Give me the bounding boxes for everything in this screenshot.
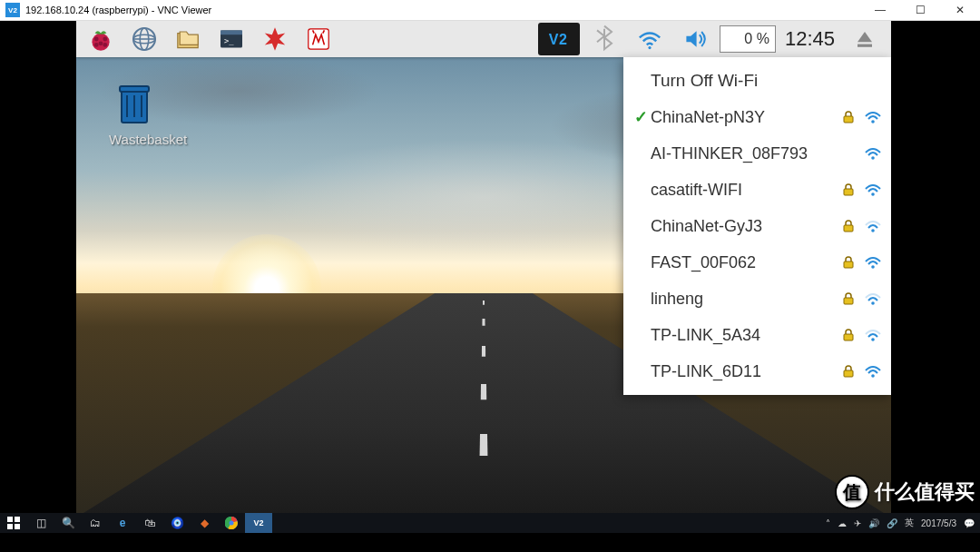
raspberry-menu-button[interactable] — [80, 23, 122, 55]
mathematica-button[interactable] — [254, 23, 296, 55]
svg-rect-11 — [220, 30, 242, 34]
wifi-network-name: casatift-WIFI — [651, 181, 842, 200]
globe-icon — [130, 25, 159, 54]
chrome-taskbar[interactable] — [218, 513, 245, 533]
system-tray: ˄ ☁ ✈ 🔊 🔗 英 2017/5/3 💬 — [826, 517, 980, 529]
wifi-network-item[interactable]: casatift-WIFI — [623, 172, 891, 208]
svg-point-24 — [871, 120, 875, 123]
trash-icon — [109, 77, 160, 128]
wifi-network-item[interactable]: linheng — [623, 281, 891, 317]
lock-icon — [842, 365, 858, 378]
tray-up-icon[interactable]: ˄ — [826, 518, 830, 528]
wifi-signal-icon — [864, 144, 884, 163]
eject-icon — [850, 25, 879, 54]
folder-icon — [173, 25, 202, 54]
svg-point-31 — [871, 265, 875, 269]
vncviewer-taskbar[interactable]: V2 — [245, 513, 272, 533]
wolfram-button[interactable] — [298, 23, 339, 55]
lock-icon — [842, 220, 858, 232]
watermark-badge: 值 — [835, 475, 869, 509]
window-title: 192.168.10.24 (raspberrypi) - VNC Viewer — [25, 5, 211, 15]
svg-rect-17 — [858, 44, 872, 47]
trash-desktop-icon[interactable]: Wastebasket — [109, 77, 187, 147]
spikey-icon — [260, 25, 289, 54]
clock[interactable]: 12:45 — [779, 27, 840, 51]
file-manager-button[interactable] — [167, 23, 209, 55]
wifi-toggle-label: Turn Off Wi-Fi — [651, 71, 758, 91]
svg-point-4 — [94, 43, 99, 47]
search-button[interactable]: 🔍 — [54, 513, 82, 533]
minimize-button[interactable]: — — [860, 0, 900, 20]
cpu-text: 0 % — [744, 31, 769, 47]
lock-icon — [842, 292, 858, 305]
task-view-button[interactable]: ◫ — [27, 513, 54, 533]
wifi-network-item[interactable]: TP-LINK_5A34 — [623, 317, 891, 353]
file-explorer-taskbar[interactable]: 🗂 — [82, 513, 109, 533]
vnc-stage: >_ V2 — [0, 21, 980, 533]
wifi-signal-icon — [864, 217, 884, 235]
wifi-network-name: ChinaNet-GyJ3 — [651, 217, 842, 236]
volume-tray[interactable] — [674, 23, 716, 55]
lock-icon — [842, 256, 858, 269]
wifi-network-name: TP-LINK_5A34 — [651, 326, 842, 345]
eject-tray[interactable] — [844, 23, 886, 55]
svg-rect-26 — [844, 189, 853, 195]
lock-icon — [842, 329, 858, 341]
svg-point-27 — [871, 192, 875, 196]
svg-rect-13 — [309, 29, 328, 49]
svg-text:2: 2 — [559, 32, 567, 47]
wifi-network-item[interactable]: TP-LINK_6D11 — [623, 353, 891, 389]
lock-icon — [842, 183, 858, 196]
svg-point-2 — [103, 37, 107, 42]
svg-rect-36 — [844, 370, 853, 377]
watermark-text: 什么值得买 — [875, 478, 975, 506]
wifi-network-item[interactable]: ChinaNet-GyJ3 — [623, 208, 891, 244]
maximize-button[interactable]: ☐ — [900, 0, 940, 20]
wifi-toggle-item[interactable]: Turn Off Wi-Fi — [623, 63, 891, 99]
wifi-network-item[interactable]: AI-THINKER_08F793 — [623, 135, 891, 172]
svg-point-33 — [871, 301, 875, 305]
vnc-server-tray[interactable]: V2 — [538, 23, 580, 55]
wifi-tray[interactable] — [629, 23, 671, 55]
svg-rect-38 — [7, 517, 13, 522]
raspberry-icon — [86, 25, 115, 54]
host-window-titlebar: V2 192.168.10.24 (raspberrypi) - VNC Vie… — [0, 0, 980, 21]
close-button[interactable]: ✕ — [940, 0, 980, 20]
store-taskbar[interactable]: 🛍 — [136, 513, 163, 533]
svg-rect-40 — [7, 524, 13, 529]
tray-cloud-icon[interactable]: ☁ — [838, 518, 847, 528]
tray-link-icon[interactable]: 🔗 — [887, 518, 897, 528]
pi-top-panel: >_ V2 — [76, 21, 891, 57]
chrome-icon — [225, 517, 238, 529]
windows-icon — [7, 517, 20, 529]
wifi-signal-icon — [864, 290, 884, 308]
tray-telegram-icon[interactable]: ✈ — [854, 518, 861, 528]
tray-date[interactable]: 2017/5/3 — [921, 518, 956, 528]
tray-notifications-icon[interactable]: 💬 — [964, 518, 975, 528]
terminal-button[interactable]: >_ — [211, 23, 252, 55]
wifi-network-item[interactable]: FAST_00F062 — [623, 244, 891, 281]
app1-taskbar[interactable]: ◆ — [191, 513, 218, 533]
host-taskbar: ◫ 🔍 🗂 e 🛍 🧿 ◆ V2 ˄ ☁ ✈ 🔊 🔗 英 2017/5/3 💬 — [0, 513, 980, 533]
tray-volume-icon[interactable]: 🔊 — [868, 518, 879, 528]
edge-taskbar[interactable]: e — [109, 513, 136, 533]
svg-rect-28 — [844, 225, 853, 232]
wifi-signal-icon — [864, 362, 884, 380]
remote-desktop[interactable]: >_ V2 — [76, 21, 891, 518]
wifi-signal-icon — [864, 108, 884, 126]
tray-ime[interactable]: 英 — [905, 517, 914, 529]
svg-rect-19 — [120, 86, 149, 92]
web-browser-button[interactable] — [123, 23, 165, 55]
svg-point-16 — [648, 46, 651, 49]
svg-point-5 — [103, 43, 107, 47]
wifi-signal-icon — [864, 181, 884, 199]
svg-rect-32 — [844, 298, 853, 304]
vnc-app-icon: V2 — [5, 3, 20, 17]
settings-taskbar[interactable]: 🧿 — [163, 513, 191, 533]
cpu-monitor[interactable]: 0 % — [720, 25, 776, 53]
bluetooth-tray[interactable] — [583, 23, 625, 55]
start-button[interactable] — [0, 513, 27, 533]
svg-rect-34 — [844, 334, 853, 340]
svg-rect-41 — [15, 524, 20, 529]
wifi-network-item[interactable]: ✓ChinaNet-pN3Y — [623, 99, 891, 135]
